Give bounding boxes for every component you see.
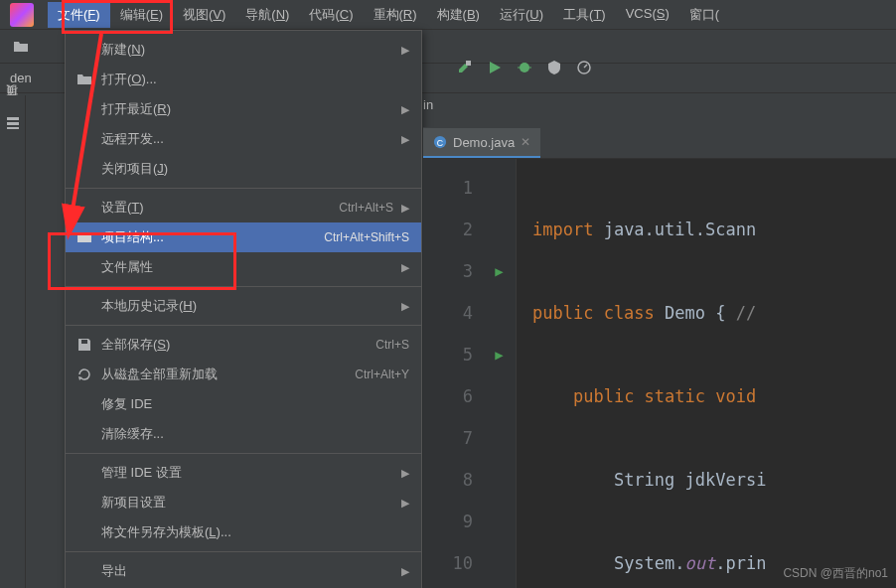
blank-icon xyxy=(75,395,93,413)
menu-item[interactable]: 设置(T)Ctrl+Alt+S▶ xyxy=(66,193,421,222)
blank-icon xyxy=(75,523,93,541)
menu-item-label: 清除缓存... xyxy=(101,425,409,443)
menu-item-label: 远程开发... xyxy=(101,130,393,148)
menu-item[interactable]: 项目结构...Ctrl+Alt+Shift+S xyxy=(66,222,421,252)
menu-item-label: 管理 IDE 设置 xyxy=(101,464,393,482)
menu-item-label: 全部保存(S) xyxy=(101,336,375,354)
menu-item[interactable]: 修复 IDE xyxy=(66,389,421,419)
editor[interactable]: 12345678910 ▶ ▶ import java.util.Scann p… xyxy=(423,159,896,588)
submenu-arrow-icon: ▶ xyxy=(401,497,409,510)
save-icon xyxy=(75,336,93,354)
menu-item-label: 项目结构... xyxy=(101,228,324,246)
menu-item-shortcut: Ctrl+Alt+Shift+S xyxy=(324,230,409,244)
menu-item[interactable]: 文件属性▶ xyxy=(66,252,421,282)
menu-item-label: 设置(T) xyxy=(101,199,339,217)
svg-text:C: C xyxy=(437,138,443,148)
app-logo xyxy=(10,3,34,27)
menu-item[interactable]: 导出▶ xyxy=(66,556,421,586)
menu-item-label: 文件属性 xyxy=(101,258,393,276)
line-number: 1 xyxy=(423,167,473,209)
menu-item-label: 导出 xyxy=(101,562,393,580)
svg-rect-6 xyxy=(7,122,19,125)
coverage-icon[interactable] xyxy=(546,60,562,78)
menubar-item[interactable]: 窗口( xyxy=(679,2,729,28)
folder-icon xyxy=(75,228,93,246)
line-number: 6 xyxy=(423,375,473,417)
menu-item[interactable]: 清除缓存... xyxy=(66,419,421,449)
menubar-item[interactable]: 视图(V) xyxy=(173,2,235,28)
line-number: 3 xyxy=(423,250,473,292)
menubar-item[interactable]: 代码(C) xyxy=(299,2,363,28)
file-menu-dropdown: 新建(N)▶打开(O)...打开最近(R)▶远程开发...▶关闭项目(J)设置(… xyxy=(65,30,422,588)
menu-item[interactable]: 新项目设置▶ xyxy=(66,488,421,517)
menu-item[interactable]: 打开最近(R)▶ xyxy=(66,94,421,124)
run-line-marker-icon[interactable]: ▶ xyxy=(483,334,516,375)
blank-icon xyxy=(75,425,93,443)
menu-item[interactable]: 本地历史记录(H)▶ xyxy=(66,291,421,321)
structure-toolwindow-icon[interactable] xyxy=(5,115,21,134)
blank-icon xyxy=(75,199,93,217)
open-folder-icon[interactable] xyxy=(10,36,32,58)
breadcrumb-fragment: in xyxy=(423,97,433,112)
menu-item-shortcut: Ctrl+Alt+Y xyxy=(355,368,409,381)
breadcrumb-root[interactable]: den xyxy=(10,71,32,85)
menubar-item[interactable]: VCS(S) xyxy=(616,2,679,28)
hammer-icon[interactable] xyxy=(457,60,473,78)
reload-icon xyxy=(75,366,93,383)
submenu-arrow-icon: ▶ xyxy=(401,300,409,313)
menubar: 文件(F)编辑(E)视图(V)导航(N)代码(C)重构(R)构建(B)运行(U)… xyxy=(0,0,896,30)
menu-item[interactable]: 管理 IDE 设置▶ xyxy=(66,458,421,488)
blank-icon xyxy=(75,297,93,315)
blank-icon xyxy=(75,100,93,118)
line-number-gutter: 12345678910 xyxy=(423,159,483,588)
svg-rect-5 xyxy=(7,117,19,120)
tab-filename: Demo.java xyxy=(453,135,515,150)
submenu-arrow-icon: ▶ xyxy=(401,467,409,480)
editor-tabbar: C Demo.java ✕ xyxy=(423,127,896,159)
debug-icon[interactable] xyxy=(517,60,532,78)
run-toolbar xyxy=(457,60,592,78)
menubar-item[interactable]: 导航(N) xyxy=(235,2,299,28)
line-number: 4 xyxy=(423,292,473,334)
line-number: 10 xyxy=(423,542,473,584)
menu-item-label: 打开最近(R) xyxy=(101,100,393,118)
menu-item-label: 新项目设置 xyxy=(101,494,393,512)
menubar-item[interactable]: 工具(T) xyxy=(553,2,616,28)
menu-separator xyxy=(66,286,421,287)
menu-item-label: 从磁盘全部重新加载 xyxy=(101,366,355,383)
menu-separator xyxy=(66,453,421,454)
menu-item-label: 新建(N) xyxy=(101,41,393,59)
blank-icon xyxy=(75,130,93,148)
menu-separator xyxy=(66,551,421,552)
open-icon xyxy=(75,71,93,88)
svg-rect-7 xyxy=(7,127,19,129)
menu-item[interactable]: 从磁盘全部重新加载Ctrl+Alt+Y xyxy=(66,360,421,389)
menu-item[interactable]: 将文件另存为模板(L)... xyxy=(66,517,421,547)
svg-rect-0 xyxy=(466,61,471,66)
submenu-arrow-icon: ▶ xyxy=(401,133,409,146)
editor-tab-demo[interactable]: C Demo.java ✕ xyxy=(423,128,540,158)
menubar-item[interactable]: 文件(F) xyxy=(48,2,110,28)
menu-separator xyxy=(66,188,421,189)
menu-item-shortcut: Ctrl+S xyxy=(375,338,409,352)
menubar-item[interactable]: 构建(B) xyxy=(427,2,490,28)
line-number: 9 xyxy=(423,501,473,542)
menubar-item[interactable]: 重构(R) xyxy=(364,2,427,28)
menu-item-shortcut: Ctrl+Alt+S xyxy=(339,201,393,215)
profiler-icon[interactable] xyxy=(576,60,592,78)
menu-item[interactable]: 远程开发...▶ xyxy=(66,124,421,154)
menu-item[interactable]: 关闭项目(J) xyxy=(66,154,421,184)
menu-item[interactable]: 新建(N)▶ xyxy=(66,35,421,65)
code-area[interactable]: import java.util.Scann public class Demo… xyxy=(517,159,896,588)
run-line-marker-icon[interactable]: ▶ xyxy=(483,250,516,292)
menu-item-label: 打开(O)... xyxy=(101,71,409,88)
line-number: 8 xyxy=(423,459,473,501)
menu-item[interactable]: 全部保存(S)Ctrl+S xyxy=(66,330,421,360)
menu-item[interactable]: 打开(O)... xyxy=(66,65,421,94)
tab-close-icon[interactable]: ✕ xyxy=(521,135,530,149)
menubar-item[interactable]: 编辑(E) xyxy=(110,2,173,28)
blank-icon xyxy=(75,41,93,59)
run-icon[interactable] xyxy=(487,60,503,78)
menubar-item[interactable]: 运行(U) xyxy=(490,2,553,28)
svg-rect-8 xyxy=(81,340,87,344)
